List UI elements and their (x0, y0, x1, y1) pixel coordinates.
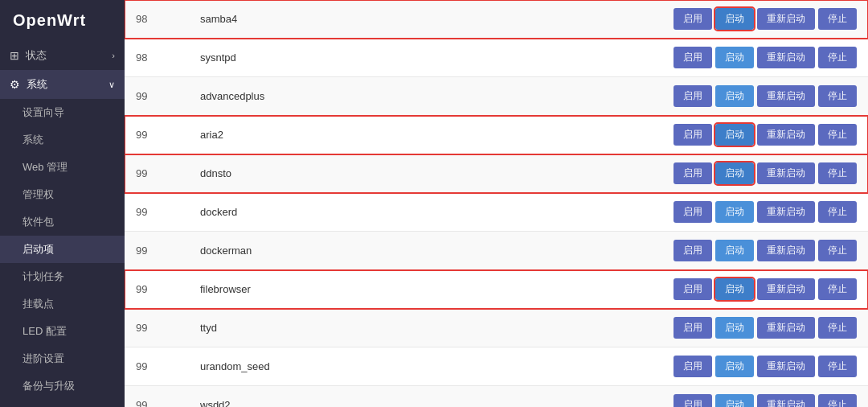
priority-cell: 99 (125, 309, 189, 347)
service-name-cell: filebrowser (189, 270, 397, 309)
start-button[interactable]: 启动 (715, 47, 754, 68)
stop-button[interactable]: 停止 (818, 124, 857, 146)
stop-button[interactable]: 停止 (818, 394, 857, 407)
table-row: 99urandom_seed启用启动重新启动停止 (125, 347, 868, 386)
start-button[interactable]: 启动 (715, 240, 754, 261)
restart-button[interactable]: 重新启动 (757, 85, 815, 107)
restart-button[interactable]: 重新启动 (757, 8, 815, 30)
chevron-down-icon: ∨ (108, 80, 115, 90)
sidebar-system[interactable]: ⚙ 系统 ∨ (0, 70, 125, 99)
sidebar-item-admin[interactable]: 管理权 (0, 181, 125, 208)
service-name-cell: ddnsto (189, 154, 397, 193)
sidebar-item-mounts[interactable]: 挂载点 (0, 290, 125, 318)
sidebar-item-startup[interactable]: 启动项 (0, 236, 125, 263)
enable-button[interactable]: 启用 (674, 356, 712, 377)
priority-cell: 99 (125, 347, 189, 386)
priority-cell: 98 (125, 39, 189, 77)
actions-cell: 启用启动重新启动停止 (397, 386, 868, 408)
sidebar-item-cron[interactable]: 计划任务 (0, 263, 125, 290)
priority-cell: 98 (125, 0, 189, 39)
actions-cell: 启用启动重新启动停止 (397, 193, 868, 232)
table-row: 99aria2启用启动重新启动停止 (125, 116, 868, 154)
priority-cell: 99 (125, 77, 189, 116)
restart-button[interactable]: 重新启动 (757, 201, 815, 223)
priority-cell: 99 (125, 116, 189, 154)
start-button[interactable]: 启动 (715, 85, 754, 107)
stop-button[interactable]: 停止 (818, 162, 857, 184)
enable-button[interactable]: 启用 (674, 394, 712, 407)
actions-cell: 启用启动重新启动停止 (397, 39, 868, 77)
start-button[interactable]: 启动 (715, 124, 754, 146)
restart-button[interactable]: 重新启动 (757, 240, 815, 261)
actions-cell: 启用启动重新启动停止 (397, 309, 868, 347)
enable-button[interactable]: 启用 (674, 278, 712, 300)
service-name-cell: ttyd (189, 309, 397, 347)
enable-button[interactable]: 启用 (674, 8, 712, 30)
sidebar-system-label: 系统 (27, 77, 47, 92)
service-name-cell: urandom_seed (189, 347, 397, 386)
sidebar-status[interactable]: ⊞ 状态 › (0, 41, 125, 70)
sidebar-item-packages[interactable]: 软件包 (0, 208, 125, 236)
actions-cell: 启用启动重新启动停止 (397, 232, 868, 270)
restart-button[interactable]: 重新启动 (757, 47, 815, 68)
restart-button[interactable]: 重新启动 (757, 124, 815, 146)
start-button[interactable]: 启动 (715, 8, 754, 30)
stop-button[interactable]: 停止 (818, 240, 857, 261)
priority-cell: 99 (125, 270, 189, 309)
start-button[interactable]: 启动 (715, 394, 754, 407)
sidebar-item-web[interactable]: Web 管理 (0, 154, 125, 181)
priority-cell: 99 (125, 154, 189, 193)
enable-button[interactable]: 启用 (674, 317, 712, 339)
restart-button[interactable]: 重新启动 (757, 356, 815, 377)
stop-button[interactable]: 停止 (818, 8, 857, 30)
start-button[interactable]: 启动 (715, 356, 754, 377)
enable-button[interactable]: 启用 (674, 85, 712, 107)
chevron-right-icon: › (112, 51, 115, 60)
service-name-cell: wsdd2 (189, 386, 397, 408)
stop-button[interactable]: 停止 (818, 201, 857, 223)
main-content: 98samba4启用启动重新启动停止98sysntpd启用启动重新启动停止99a… (125, 0, 868, 407)
enable-button[interactable]: 启用 (674, 201, 712, 223)
enable-button[interactable]: 启用 (674, 124, 712, 146)
service-name-cell: dockerman (189, 232, 397, 270)
table-row: 99ddnsto启用启动重新启动停止 (125, 154, 868, 193)
actions-cell: 启用启动重新启动停止 (397, 0, 868, 39)
stop-button[interactable]: 停止 (818, 356, 857, 377)
stop-button[interactable]: 停止 (818, 278, 857, 300)
priority-cell: 99 (125, 232, 189, 270)
sidebar-item-backup[interactable]: 备份与升级 (0, 372, 125, 400)
stop-button[interactable]: 停止 (818, 317, 857, 339)
table-row: 99dockerd启用启动重新启动停止 (125, 193, 868, 232)
service-name-cell: samba4 (189, 0, 397, 39)
start-button[interactable]: 启动 (715, 162, 754, 184)
enable-button[interactable]: 启用 (674, 162, 712, 184)
gear-icon: ⚙ (10, 78, 20, 91)
restart-button[interactable]: 重新启动 (757, 162, 815, 184)
restart-button[interactable]: 重新启动 (757, 317, 815, 339)
enable-button[interactable]: 启用 (674, 240, 712, 261)
table-row: 98samba4启用启动重新启动停止 (125, 0, 868, 39)
service-name-cell: aria2 (189, 116, 397, 154)
service-name-cell: advancedplus (189, 77, 397, 116)
sidebar-item-led[interactable]: LED 配置 (0, 318, 125, 345)
sidebar-item-system[interactable]: 系统 (0, 126, 125, 154)
start-button[interactable]: 启动 (715, 201, 754, 223)
table-row: 99dockerman启用启动重新启动停止 (125, 232, 868, 270)
sidebar-item-setup[interactable]: 设置向导 (0, 99, 125, 126)
sidebar-item-advanced[interactable]: 进阶设置 (0, 345, 125, 372)
sidebar-status-label: 状态 (26, 48, 47, 63)
stop-button[interactable]: 停止 (818, 47, 857, 68)
table-row: 99wsdd2启用启动重新启动停止 (125, 386, 868, 408)
table-row: 98sysntpd启用启动重新启动停止 (125, 39, 868, 77)
enable-button[interactable]: 启用 (674, 47, 712, 68)
actions-cell: 启用启动重新启动停止 (397, 77, 868, 116)
start-button[interactable]: 启动 (715, 278, 754, 300)
table-row: 99ttyd启用启动重新启动停止 (125, 309, 868, 347)
sidebar-item-files[interactable]: 文件管理 (0, 400, 125, 407)
grid-icon: ⊞ (10, 49, 19, 62)
stop-button[interactable]: 停止 (818, 85, 857, 107)
actions-cell: 启用启动重新启动停止 (397, 116, 868, 154)
restart-button[interactable]: 重新启动 (757, 394, 815, 407)
start-button[interactable]: 启动 (715, 317, 754, 339)
restart-button[interactable]: 重新启动 (757, 278, 815, 300)
